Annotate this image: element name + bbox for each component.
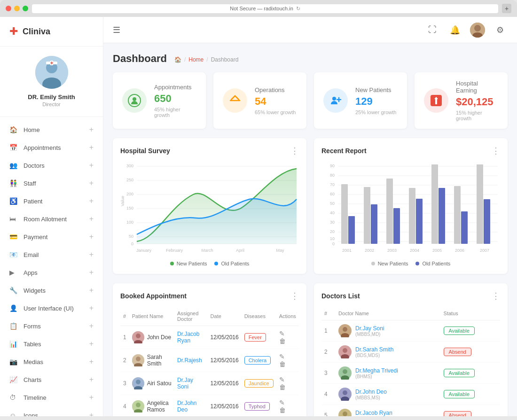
row-num: 1 — [321, 320, 336, 342]
doctor-name-link[interactable]: Dr.Sarah Smith — [355, 346, 393, 353]
fullscreen-icon[interactable]: ⛶ — [425, 23, 440, 38]
sidebar-item-ui[interactable]: 👤 User Interface (UI) + — [0, 299, 103, 317]
refresh-icon[interactable]: ↻ — [296, 6, 300, 12]
delete-icon[interactable]: 🗑 — [279, 383, 286, 391]
edit-icon[interactable]: ✎ — [279, 353, 285, 360]
sidebar-item-icons[interactable]: ☺ Icons + — [0, 406, 103, 416]
delete-icon[interactable]: 🗑 — [279, 360, 286, 368]
doctors-list-title: Doctors List — [321, 292, 360, 300]
legend-dot-old — [214, 262, 218, 265]
expand-doctors-icon[interactable]: + — [89, 161, 94, 170]
notification-icon[interactable]: 🔔 — [447, 23, 462, 38]
svg-point-15 — [332, 97, 336, 101]
sidebar-item-doctors[interactable]: 👥 Doctors + — [0, 156, 103, 174]
expand-icons-icon[interactable]: + — [89, 411, 94, 416]
svg-rect-63 — [386, 179, 393, 244]
patient-cell: Sarah Smith — [129, 349, 174, 372]
expand-widgets-icon[interactable]: + — [89, 286, 94, 295]
booked-appointments-menu[interactable]: ⋮ — [290, 291, 299, 301]
col-number: # — [321, 307, 336, 320]
doctor-link[interactable]: Dr.Jacob Ryan — [177, 331, 199, 344]
svg-point-11 — [133, 97, 136, 101]
expand-email-icon[interactable]: + — [89, 250, 94, 259]
expand-patient-icon[interactable]: + — [89, 197, 94, 205]
breadcrumb-home-link[interactable]: Home — [188, 56, 204, 63]
expand-staff-icon[interactable]: + — [89, 179, 94, 187]
settings-icon[interactable]: ⚙ — [493, 23, 508, 38]
doctors-list-menu[interactable]: ⋮ — [492, 291, 500, 301]
expand-medias-icon[interactable]: + — [89, 358, 94, 366]
edit-icon[interactable]: ✎ — [279, 376, 285, 383]
expand-room-icon[interactable]: + — [89, 215, 94, 223]
appointments-icon: 📅 — [9, 144, 18, 151]
expand-tables-icon[interactable]: + — [89, 340, 94, 348]
sidebar-item-room-allotment[interactable]: 🛏 Room Allotment + — [0, 210, 103, 228]
doctor-name-link[interactable]: Dr.Jay Soni — [355, 325, 384, 332]
svg-rect-70 — [461, 211, 468, 244]
svg-text:200: 200 — [126, 192, 133, 196]
action-cell: ✎ 🗑 — [276, 372, 299, 395]
svg-text:50: 50 — [129, 234, 133, 239]
sidebar-label-room: Room Allotment — [24, 216, 89, 223]
sidebar-item-medias[interactable]: 📷 Medias + — [0, 353, 103, 371]
sidebar-item-widgets[interactable]: 🔧 Widgets + — [0, 281, 103, 299]
svg-line-13 — [235, 96, 239, 100]
expand-timeline-icon[interactable]: + — [89, 393, 94, 402]
expand-appointments-icon[interactable]: + — [89, 143, 94, 152]
booked-appointments-header: Booked Appointment ⋮ — [120, 291, 299, 301]
doctor-name-link[interactable]: Dr.John Deo — [355, 389, 387, 395]
new-patients-label: New Patients — [355, 86, 398, 93]
sidebar-item-timeline[interactable]: ⏱ Timeline + — [0, 389, 103, 406]
minimize-button[interactable] — [14, 6, 20, 11]
new-tab-button[interactable]: + — [502, 4, 511, 13]
doctor-name-link[interactable]: Dr.Jacob Ryan — [355, 410, 392, 416]
status-badge: Available — [444, 369, 475, 377]
sidebar-item-appointments[interactable]: 📅 Appointments + — [0, 139, 103, 156]
sidebar-label-widgets: Widgets — [24, 287, 89, 294]
sidebar-item-payment[interactable]: 💳 Payment + — [0, 228, 103, 246]
svg-rect-67 — [431, 164, 438, 244]
report-legend-old-label: Old Patients — [422, 261, 450, 266]
svg-point-102 — [343, 369, 347, 374]
operations-growth: 65% lower growth — [255, 109, 297, 115]
topbar-left: ☰ — [113, 25, 120, 35]
sidebar-item-forms[interactable]: 📋 Forms + — [0, 317, 103, 335]
hospital-survey-menu[interactable]: ⋮ — [290, 146, 299, 156]
delete-icon[interactable]: 🗑 — [279, 337, 286, 345]
expand-ui-icon[interactable]: + — [89, 304, 94, 312]
doctor-link[interactable]: Dr.Rajesh — [177, 357, 202, 364]
sidebar-item-tables[interactable]: 📊 Tables + — [0, 335, 103, 353]
operations-label: Operations — [255, 86, 297, 93]
expand-apps-icon[interactable]: + — [89, 268, 94, 277]
expand-payment-icon[interactable]: + — [89, 233, 94, 241]
sidebar-item-email[interactable]: 📧 Email + — [0, 246, 103, 264]
user-avatar[interactable] — [470, 23, 485, 38]
expand-home-icon[interactable]: + — [89, 125, 94, 134]
doctor-name-link[interactable]: Dr.Megha Trivedi — [355, 367, 398, 374]
edit-icon[interactable]: ✎ — [279, 330, 285, 337]
patient-icon: ♿ — [9, 197, 18, 205]
doctor-link[interactable]: Dr.Jay Soni — [177, 377, 193, 390]
sidebar-item-apps[interactable]: ▶ Apps + — [0, 264, 103, 281]
svg-text:January: January — [136, 248, 152, 253]
address-bar[interactable]: Not Secure — radixtouch.in ↻ — [32, 4, 498, 13]
sidebar-item-home[interactable]: 🏠 Home + — [0, 121, 103, 139]
sidebar-item-staff[interactable]: 👫 Staff + — [0, 174, 103, 192]
doctor-link[interactable]: Dr.John Deo — [177, 400, 196, 413]
edit-icon[interactable]: ✎ — [279, 399, 285, 406]
expand-forms-icon[interactable]: + — [89, 322, 94, 330]
close-button[interactable] — [6, 6, 11, 11]
status-cell: Absend — [441, 405, 500, 417]
menu-toggle-icon[interactable]: ☰ — [113, 25, 120, 35]
recent-report-menu[interactable]: ⋮ — [492, 146, 500, 156]
sidebar-item-charts[interactable]: 📈 Charts + — [0, 371, 103, 389]
sidebar-item-patient[interactable]: ♿ Patient + — [0, 192, 103, 210]
delete-icon[interactable]: 🗑 — [279, 406, 286, 414]
disease-cell: Typhod — [242, 395, 276, 417]
maximize-button[interactable] — [23, 6, 28, 11]
expand-charts-icon[interactable]: + — [89, 375, 94, 384]
sidebar-label-payment: Payment — [24, 233, 89, 241]
row-num: 1 — [120, 326, 129, 349]
doctor-qual: (BDS,MDS) — [355, 353, 393, 358]
apps-icon: ▶ — [9, 269, 18, 276]
